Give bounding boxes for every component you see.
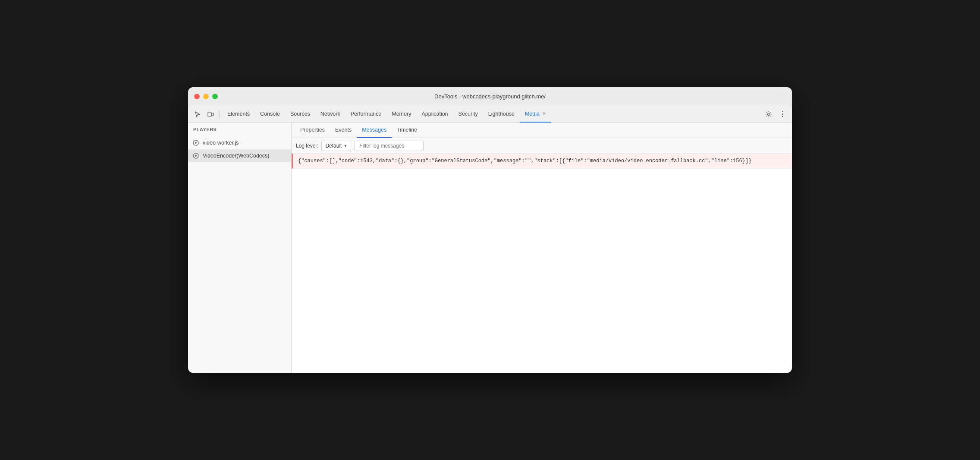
- play-icon-2: [192, 152, 199, 159]
- maximize-button[interactable]: [212, 94, 218, 99]
- log-level-label: Log level:: [296, 143, 318, 149]
- cursor-tool-button[interactable]: [192, 108, 204, 120]
- tab-navigation: Elements Console Sources Network Perform…: [222, 106, 762, 123]
- toolbar-divider: [219, 110, 220, 119]
- tab-timeline[interactable]: Timeline: [392, 123, 422, 138]
- player-label-video-encoder: VideoEncoder(WebCodecs): [203, 153, 270, 159]
- player-item-video-worker[interactable]: video-worker.js: [188, 136, 291, 149]
- title-bar: DevTools - webcodecs-playground.glitch.m…: [188, 87, 792, 106]
- main-content: Players video-worker.js Video: [188, 123, 792, 373]
- cursor-icon: [194, 111, 201, 118]
- svg-marker-4: [195, 142, 198, 144]
- more-icon: ⋮: [779, 110, 786, 118]
- tab-elements[interactable]: Elements: [222, 106, 255, 123]
- sidebar: Players video-worker.js Video: [188, 123, 292, 373]
- log-level-select[interactable]: Default ▼: [321, 141, 351, 151]
- tab-console[interactable]: Console: [255, 106, 285, 123]
- tab-memory[interactable]: Memory: [386, 106, 416, 123]
- player-item-video-encoder[interactable]: VideoEncoder(WebCodecs): [188, 149, 291, 162]
- svg-rect-1: [212, 113, 214, 116]
- filter-input[interactable]: [355, 141, 424, 151]
- devtools-window: DevTools - webcodecs-playground.glitch.m…: [188, 87, 792, 373]
- tab-messages[interactable]: Messages: [357, 123, 392, 138]
- settings-button[interactable]: [763, 108, 775, 120]
- player-label-video-worker: video-worker.js: [203, 140, 239, 146]
- device-icon: [207, 111, 214, 118]
- tab-performance[interactable]: Performance: [346, 106, 387, 123]
- tab-media[interactable]: Media ✕: [520, 106, 551, 123]
- panel-tabs: Properties Events Messages Timeline: [292, 123, 792, 138]
- tab-network[interactable]: Network: [315, 106, 346, 123]
- tab-events[interactable]: Events: [330, 123, 357, 138]
- chevron-down-icon: ▼: [343, 144, 347, 148]
- devtools-toolbar: Elements Console Sources Network Perform…: [188, 106, 792, 123]
- more-button[interactable]: ⋮: [776, 108, 788, 120]
- svg-point-2: [768, 113, 770, 115]
- log-content: {"causes":[],"code":1543,"data":{},"grou…: [292, 154, 792, 373]
- right-panel: Properties Events Messages Timeline Log …: [292, 123, 792, 373]
- sidebar-header: Players: [188, 123, 291, 136]
- log-entry: {"causes":[],"code":1543,"data":{},"grou…: [292, 154, 792, 169]
- window-title: DevTools - webcodecs-playground.glitch.m…: [434, 93, 546, 100]
- log-controls: Log level: Default ▼: [292, 138, 792, 154]
- tab-sources[interactable]: Sources: [285, 106, 315, 123]
- device-emulation-button[interactable]: [204, 108, 217, 120]
- toolbar-right: ⋮: [763, 108, 788, 120]
- traffic-lights: [194, 94, 218, 99]
- tab-properties[interactable]: Properties: [295, 123, 330, 138]
- tab-close-icon[interactable]: ✕: [542, 111, 546, 117]
- tab-security[interactable]: Security: [453, 106, 483, 123]
- gear-icon: [765, 111, 772, 118]
- play-icon: [192, 139, 199, 146]
- log-entry-text: {"causes":[],"code":1543,"data":{},"grou…: [298, 158, 751, 164]
- minimize-button[interactable]: [203, 94, 209, 99]
- close-button[interactable]: [194, 94, 200, 99]
- svg-marker-6: [195, 155, 198, 157]
- tab-application[interactable]: Application: [416, 106, 453, 123]
- tab-lighthouse[interactable]: Lighthouse: [483, 106, 520, 123]
- svg-rect-0: [208, 112, 211, 117]
